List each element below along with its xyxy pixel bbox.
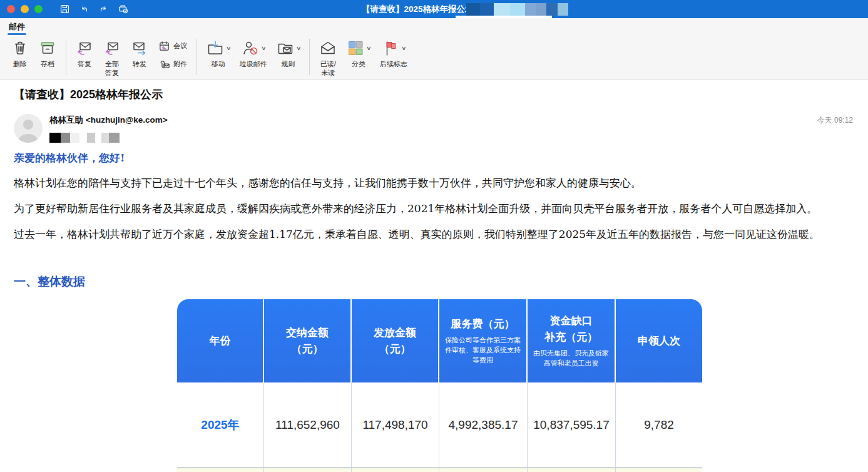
meeting-attachment-group: 会议 附件 — [153, 37, 192, 73]
traffic-lights — [7, 5, 43, 13]
move-to-folder-icon — [206, 39, 225, 58]
categorize-label: 分类 — [352, 60, 365, 69]
meeting-button[interactable]: 会议 — [156, 39, 190, 53]
chevron-down-icon: ∨ — [226, 45, 232, 51]
forward-button[interactable]: 转发 — [126, 37, 153, 70]
reading-pane: 【请查收】2025格林年报公示 格林互助 <huzhujin@ke.com> 今… — [0, 80, 868, 472]
reply-all-label: 全部 答复 — [105, 60, 119, 78]
column-header-claims: 申领人次 — [616, 299, 702, 382]
attachment-label: 附件 — [173, 60, 187, 69]
zoom-button[interactable] — [34, 5, 43, 13]
undo-icon[interactable] — [77, 3, 91, 16]
ribbon-toolbar: 删除 存档 答复 全部 答复 转发 会议 附件 — [0, 35, 868, 79]
reply-icon — [75, 39, 94, 58]
meeting-label: 会议 — [173, 42, 187, 51]
delete-button[interactable]: 删除 — [6, 37, 34, 70]
follow-up-label: 后续标志 — [380, 60, 407, 69]
rules-folder-icon — [276, 39, 295, 58]
table-header-row: 年份 交纳金额 （元） 发放金额 （元） 服务费（元） 保险公司等合作第三方案件… — [177, 299, 702, 382]
reply-button[interactable]: 答复 — [71, 37, 98, 70]
reply-label: 答复 — [78, 60, 91, 69]
ribbon: 邮件 删除 存档 答复 全部 答复 转发 会议 — [0, 18, 868, 80]
minimize-button[interactable] — [21, 5, 29, 13]
categorize-icon — [346, 39, 365, 58]
trash-icon — [11, 39, 29, 58]
attachment-icon — [158, 58, 170, 70]
toolbar-divider — [309, 39, 310, 75]
follow-up-flag-icon — [381, 39, 400, 58]
avatar-person-icon — [19, 134, 38, 143]
forward-icon — [130, 39, 149, 58]
body-paragraph: 格林计划在您的陪伴与支持下已走过十七个年头，感谢您的信任与支持，让我们能携手数十… — [14, 175, 853, 191]
chevron-down-icon: ∨ — [366, 45, 372, 51]
email-header: 格林互助 <huzhujin@ke.com> 今天 09:12 — [14, 114, 853, 143]
body-paragraph: 为了更好帮助新居住行业服务者及其家庭成员，缓解因疾病或意外带来的经济压力，202… — [14, 200, 853, 217]
cell-year: 2025年 — [177, 382, 264, 467]
follow-up-button[interactable]: ∨ 后续标志 — [375, 37, 412, 70]
email-body: 亲爱的格林伙伴，您好! 格林计划在您的陪伴与支持下已走过十七个年头，感谢您的信任… — [14, 151, 853, 290]
body-paragraph: 过去一年，格林计划共帮助了近万个家庭，发放资金超1.17亿元，秉承着自愿、透明、… — [14, 226, 853, 242]
send-receive-icon[interactable] — [116, 3, 130, 16]
archive-icon — [38, 39, 57, 58]
forward-label: 转发 — [133, 60, 146, 69]
chevron-down-icon: ∨ — [296, 45, 302, 51]
read-unread-button[interactable]: 已读/ 未读 — [314, 37, 342, 79]
tab-mail[interactable]: 邮件 — [8, 20, 26, 35]
redacted-account-info — [466, 3, 568, 16]
table-row-2025: 2025年 111,652,960 117,498,170 4,992,385.… — [177, 382, 702, 468]
categorize-button[interactable]: ∨ 分类 — [342, 37, 375, 70]
redo-icon[interactable] — [96, 3, 110, 16]
column-header-service-fee: 服务费（元） 保险公司等合作第三方案件审核、客服及系统支持等费用 — [439, 299, 528, 382]
chevron-down-icon: ∨ — [401, 45, 407, 51]
sender-name[interactable]: 格林互助 <huzhujin@ke.com> — [49, 115, 168, 126]
redacted-recipients — [49, 133, 168, 143]
table-next-row-partial — [177, 468, 702, 472]
window-titlebar: 【请查收】2025格林年报公示 - 收件箱 — [0, 0, 868, 18]
cell-disbursed-amount: 117,498,170 — [352, 382, 439, 467]
rules-label: 规则 — [281, 60, 295, 69]
chevron-down-icon: ∨ — [261, 45, 267, 51]
column-header-year: 年份 — [177, 299, 264, 382]
ribbon-tabs: 邮件 — [0, 18, 868, 35]
junk-mail-icon — [241, 39, 260, 58]
cell-paid-amount: 111,652,960 — [264, 382, 352, 467]
archive-button[interactable]: 存档 — [34, 37, 61, 70]
meeting-icon — [158, 40, 170, 52]
annual-data-table: 年份 交纳金额 （元） 发放金额 （元） 服务费（元） 保险公司等合作第三方案件… — [177, 299, 702, 472]
attachment-button[interactable]: 附件 — [156, 57, 190, 71]
move-label: 移动 — [212, 60, 225, 69]
close-button[interactable] — [7, 5, 15, 13]
archive-label: 存档 — [41, 60, 54, 69]
email-subject: 【请查收】2025格林年报公示 — [14, 86, 853, 103]
rules-button[interactable]: ∨ 规则 — [272, 37, 305, 70]
read-unread-envelope-icon — [319, 39, 337, 58]
junk-button[interactable]: ∨ 垃圾邮件 — [235, 37, 272, 70]
cell-gap-funding: 10,837,595.17 — [528, 382, 616, 467]
toolbar-divider — [197, 39, 197, 75]
delete-label: 删除 — [13, 60, 27, 69]
reply-all-icon — [103, 39, 121, 58]
junk-label: 垃圾邮件 — [240, 60, 267, 69]
greeting-line: 亲爱的格林伙伴，您好! — [14, 151, 853, 165]
sender-avatar[interactable] — [14, 114, 43, 143]
tab-mail-label: 邮件 — [9, 22, 25, 31]
save-icon[interactable] — [58, 3, 71, 16]
column-header-disbursed-amount: 发放金额 （元） — [352, 299, 439, 382]
section-heading: 一、整体数据 — [14, 274, 853, 290]
cell-claims: 9,782 — [616, 382, 702, 467]
toolbar-divider — [66, 39, 66, 75]
cell-service-fee: 4,992,385.17 — [439, 382, 528, 467]
email-timestamp: 今天 09:12 — [817, 115, 853, 126]
avatar-person-icon — [23, 120, 33, 130]
reply-all-button[interactable]: 全部 答复 — [98, 37, 126, 79]
read-unread-label: 已读/ 未读 — [320, 60, 336, 78]
column-header-gap-funding: 资金缺口 补充（元） 由贝壳集团、贝壳及链家高管和老员工出资 — [528, 299, 616, 382]
column-header-paid-amount: 交纳金额 （元） — [264, 299, 352, 382]
move-button[interactable]: ∨ 移动 — [202, 37, 235, 70]
window-title: 【请查收】2025格林年报公示 - 收件箱 — [0, 0, 868, 18]
redaction-strip — [456, 16, 552, 18]
